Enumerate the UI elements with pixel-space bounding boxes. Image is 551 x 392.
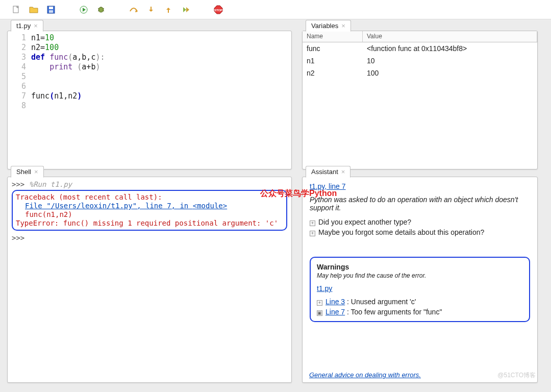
general-advice-link[interactable]: General advice on dealing with errors. <box>309 371 421 379</box>
expand-icon[interactable]: + <box>310 231 315 236</box>
editor-panel: t1.py× 12345678 n1=10n2=100def func(a,b,… <box>7 31 292 169</box>
watermark-footer: @51CTO博客 <box>497 371 536 380</box>
traceback-box: Traceback (most recent call last): File … <box>12 190 287 231</box>
warning-text: : Too few arguments for "func" <box>345 308 442 316</box>
variables-tab[interactable]: Variables× <box>306 20 351 32</box>
warning-line-link[interactable]: Line 3 <box>325 298 345 306</box>
debug-icon[interactable] <box>96 5 106 15</box>
warning-line-link[interactable]: Line 7 <box>325 308 345 316</box>
assistant-tab-label: Assistant <box>311 168 338 176</box>
warnings-title: Warnings <box>317 263 523 271</box>
var-row[interactable]: n2100 <box>303 67 537 79</box>
expand-icon[interactable]: + <box>317 300 322 306</box>
assistant-panel: Assistant× t1.py, line 7 Python was aske… <box>302 177 538 383</box>
assistant-hint: Maybe you forgot some details about this… <box>318 228 484 236</box>
variables-panel: Variables× Name Value func<function func… <box>302 31 538 169</box>
assistant-explain: Python was asked to do an operation with… <box>310 195 530 212</box>
variables-body: func<function func at 0x110434bf8> n110 … <box>303 42 537 79</box>
assistant-hint: Did you expect another type? <box>318 218 411 226</box>
shell-prompt: >>> <box>12 234 24 242</box>
svg-text:STOP: STOP <box>214 9 222 12</box>
warnings-box: Warnings May help you find the cause of … <box>310 257 530 322</box>
expand-icon[interactable]: + <box>310 220 315 226</box>
warning-text: : Unused argument 'c' <box>345 298 416 306</box>
var-row[interactable]: func<function func at 0x110434bf8> <box>303 42 537 55</box>
traceback-line: func(n1,n2) <box>16 210 283 219</box>
warnings-subtitle: May help you find the cause of the error… <box>317 272 523 279</box>
traceback-module-link[interactable]: <module> <box>193 202 227 210</box>
variables-tab-label: Variables <box>311 22 338 30</box>
assistant-tab[interactable]: Assistant× <box>306 166 350 178</box>
shell-panel: Shell× >>> %Run t1.py Traceback (most re… <box>7 177 292 383</box>
col-value[interactable]: Value <box>363 31 537 42</box>
editor-tab[interactable]: t1.py× <box>11 20 43 32</box>
step-out-icon[interactable] <box>163 5 173 15</box>
step-into-icon[interactable] <box>146 5 156 15</box>
var-row[interactable]: n110 <box>303 55 537 67</box>
close-icon[interactable]: × <box>341 168 345 176</box>
expand-icon[interactable]: ▣ <box>317 310 322 316</box>
traceback-file-link[interactable]: File "/Users/leoxin/t1.py", line 7, in <box>25 202 193 210</box>
variables-header: Name Value <box>303 31 537 42</box>
shell-body[interactable]: >>> %Run t1.py Traceback (most recent ca… <box>8 177 291 246</box>
svg-point-5 <box>98 7 104 12</box>
close-icon[interactable]: × <box>34 22 38 30</box>
shell-tab-label: Shell <box>16 168 31 176</box>
code-area[interactable]: n1=10n2=100def func(a,b,c): print (a+b) … <box>31 33 291 169</box>
close-icon[interactable]: × <box>34 168 38 176</box>
stop-icon[interactable]: STOP <box>213 5 223 15</box>
traceback-line: Traceback (most recent call last): <box>16 193 283 202</box>
svg-rect-3 <box>49 10 53 13</box>
run-icon[interactable] <box>79 5 89 15</box>
watermark: 公众号菜鸟学Python <box>260 188 337 199</box>
editor-tab-label: t1.py <box>16 22 31 30</box>
close-icon[interactable]: × <box>341 22 345 30</box>
shell-tab[interactable]: Shell× <box>11 166 44 178</box>
step-over-icon[interactable] <box>129 5 139 15</box>
line-gutter: 12345678 <box>8 33 31 169</box>
new-file-icon[interactable] <box>11 5 21 15</box>
svg-rect-2 <box>49 7 53 9</box>
save-icon[interactable] <box>46 5 56 15</box>
traceback-error: TypeError: func() missing 1 required pos… <box>16 219 283 228</box>
resume-icon[interactable] <box>181 5 191 15</box>
open-file-icon[interactable] <box>29 5 39 15</box>
toolbar: STOP <box>0 0 551 19</box>
warning-file-link[interactable]: t1.py <box>317 284 332 292</box>
col-name[interactable]: Name <box>303 31 363 42</box>
